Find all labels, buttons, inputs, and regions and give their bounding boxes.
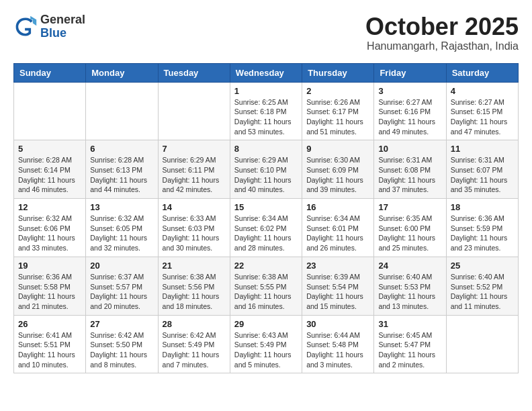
day-info: Sunrise: 6:42 AM Sunset: 5:50 PM Dayligh… xyxy=(90,330,153,370)
calendar-cell: 15Sunrise: 6:34 AM Sunset: 6:02 PM Dayli… xyxy=(230,199,302,257)
calendar-cell: 8Sunrise: 6:29 AM Sunset: 6:10 PM Daylig… xyxy=(230,140,302,199)
day-info: Sunrise: 6:27 AM Sunset: 6:16 PM Dayligh… xyxy=(378,97,441,137)
day-number: 13 xyxy=(90,202,153,212)
day-number: 21 xyxy=(163,261,226,271)
calendar-cell: 22Sunrise: 6:38 AM Sunset: 5:55 PM Dayli… xyxy=(230,257,302,315)
logo-icon xyxy=(13,15,38,39)
day-number: 14 xyxy=(163,202,226,212)
calendar-cell: 13Sunrise: 6:32 AM Sunset: 6:05 PM Dayli… xyxy=(86,199,158,257)
day-info: Sunrise: 6:34 AM Sunset: 6:02 PM Dayligh… xyxy=(234,214,298,253)
day-number: 11 xyxy=(451,144,514,154)
calendar-cell: 30Sunrise: 6:44 AM Sunset: 5:48 PM Dayli… xyxy=(302,315,374,373)
day-number: 19 xyxy=(18,261,81,271)
calendar-cell xyxy=(158,82,230,140)
day-info: Sunrise: 6:38 AM Sunset: 5:56 PM Dayligh… xyxy=(163,272,226,312)
day-number: 6 xyxy=(90,144,153,154)
weekday-header-saturday: Saturday xyxy=(446,63,518,82)
day-number: 27 xyxy=(90,319,153,329)
calendar-cell: 24Sunrise: 6:40 AM Sunset: 5:53 PM Dayli… xyxy=(374,257,446,315)
day-info: Sunrise: 6:30 AM Sunset: 6:09 PM Dayligh… xyxy=(306,155,369,195)
page-header: General Blue October 2025 Hanumangarh, R… xyxy=(13,13,519,52)
calendar-cell: 2Sunrise: 6:26 AM Sunset: 6:17 PM Daylig… xyxy=(302,82,374,140)
day-info: Sunrise: 6:32 AM Sunset: 6:06 PM Dayligh… xyxy=(18,214,81,253)
day-number: 30 xyxy=(306,319,369,329)
calendar-cell: 23Sunrise: 6:39 AM Sunset: 5:54 PM Dayli… xyxy=(302,257,374,315)
month-title: October 2025 xyxy=(365,13,519,40)
day-number: 16 xyxy=(306,202,369,212)
calendar-cell: 28Sunrise: 6:42 AM Sunset: 5:49 PM Dayli… xyxy=(158,315,230,373)
calendar-cell: 19Sunrise: 6:36 AM Sunset: 5:58 PM Dayli… xyxy=(14,257,86,315)
logo-text: General Blue xyxy=(40,13,85,40)
day-info: Sunrise: 6:33 AM Sunset: 6:03 PM Dayligh… xyxy=(163,214,226,253)
day-number: 4 xyxy=(451,86,514,96)
weekday-header-thursday: Thursday xyxy=(302,63,374,82)
day-number: 9 xyxy=(306,144,369,154)
calendar-cell: 26Sunrise: 6:41 AM Sunset: 5:51 PM Dayli… xyxy=(14,315,86,373)
calendar-cell xyxy=(14,82,86,140)
day-number: 1 xyxy=(234,86,298,96)
calendar-cell: 3Sunrise: 6:27 AM Sunset: 6:16 PM Daylig… xyxy=(374,82,446,140)
day-number: 26 xyxy=(18,319,81,329)
calendar-cell: 18Sunrise: 6:36 AM Sunset: 5:59 PM Dayli… xyxy=(446,199,518,257)
calendar-cell: 14Sunrise: 6:33 AM Sunset: 6:03 PM Dayli… xyxy=(158,199,230,257)
day-info: Sunrise: 6:31 AM Sunset: 6:07 PM Dayligh… xyxy=(451,155,514,195)
calendar-cell: 20Sunrise: 6:37 AM Sunset: 5:57 PM Dayli… xyxy=(86,257,158,315)
calendar-cell xyxy=(86,82,158,140)
day-info: Sunrise: 6:37 AM Sunset: 5:57 PM Dayligh… xyxy=(90,272,153,312)
calendar-cell: 31Sunrise: 6:45 AM Sunset: 5:47 PM Dayli… xyxy=(374,315,446,373)
day-number: 18 xyxy=(451,202,514,212)
day-info: Sunrise: 6:41 AM Sunset: 5:51 PM Dayligh… xyxy=(18,330,81,370)
calendar-week-row: 12Sunrise: 6:32 AM Sunset: 6:06 PM Dayli… xyxy=(14,199,519,257)
calendar-cell: 10Sunrise: 6:31 AM Sunset: 6:08 PM Dayli… xyxy=(374,140,446,199)
calendar-cell: 11Sunrise: 6:31 AM Sunset: 6:07 PM Dayli… xyxy=(446,140,518,199)
calendar-week-row: 5Sunrise: 6:28 AM Sunset: 6:14 PM Daylig… xyxy=(14,140,519,199)
day-number: 24 xyxy=(378,261,441,271)
weekday-header-sunday: Sunday xyxy=(14,63,86,82)
day-info: Sunrise: 6:45 AM Sunset: 5:47 PM Dayligh… xyxy=(378,330,441,370)
day-info: Sunrise: 6:36 AM Sunset: 5:59 PM Dayligh… xyxy=(451,214,514,253)
calendar-cell xyxy=(446,315,518,373)
weekday-header-monday: Monday xyxy=(86,63,158,82)
calendar-cell: 9Sunrise: 6:30 AM Sunset: 6:09 PM Daylig… xyxy=(302,140,374,199)
calendar-cell: 17Sunrise: 6:35 AM Sunset: 6:00 PM Dayli… xyxy=(374,199,446,257)
day-info: Sunrise: 6:43 AM Sunset: 5:49 PM Dayligh… xyxy=(234,330,298,370)
day-info: Sunrise: 6:29 AM Sunset: 6:11 PM Dayligh… xyxy=(163,155,226,195)
day-info: Sunrise: 6:29 AM Sunset: 6:10 PM Dayligh… xyxy=(234,155,298,195)
calendar-cell: 7Sunrise: 6:29 AM Sunset: 6:11 PM Daylig… xyxy=(158,140,230,199)
day-info: Sunrise: 6:28 AM Sunset: 6:13 PM Dayligh… xyxy=(90,155,153,195)
calendar-week-row: 19Sunrise: 6:36 AM Sunset: 5:58 PM Dayli… xyxy=(14,257,519,315)
day-info: Sunrise: 6:35 AM Sunset: 6:00 PM Dayligh… xyxy=(378,214,441,253)
day-info: Sunrise: 6:27 AM Sunset: 6:15 PM Dayligh… xyxy=(451,97,514,137)
calendar-cell: 4Sunrise: 6:27 AM Sunset: 6:15 PM Daylig… xyxy=(446,82,518,140)
day-number: 12 xyxy=(18,202,81,212)
day-number: 23 xyxy=(306,261,369,271)
day-info: Sunrise: 6:28 AM Sunset: 6:14 PM Dayligh… xyxy=(18,155,81,195)
day-info: Sunrise: 6:39 AM Sunset: 5:54 PM Dayligh… xyxy=(306,272,369,312)
day-number: 10 xyxy=(378,144,441,154)
day-info: Sunrise: 6:25 AM Sunset: 6:18 PM Dayligh… xyxy=(234,97,298,137)
calendar-cell: 5Sunrise: 6:28 AM Sunset: 6:14 PM Daylig… xyxy=(14,140,86,199)
day-number: 31 xyxy=(378,319,441,329)
calendar-cell: 1Sunrise: 6:25 AM Sunset: 6:18 PM Daylig… xyxy=(230,82,302,140)
calendar-cell: 12Sunrise: 6:32 AM Sunset: 6:06 PM Dayli… xyxy=(14,199,86,257)
weekday-header-wednesday: Wednesday xyxy=(230,63,302,82)
day-number: 7 xyxy=(163,144,226,154)
day-info: Sunrise: 6:38 AM Sunset: 5:55 PM Dayligh… xyxy=(234,272,298,312)
day-info: Sunrise: 6:44 AM Sunset: 5:48 PM Dayligh… xyxy=(306,330,369,370)
day-number: 3 xyxy=(378,86,441,96)
calendar-table: SundayMondayTuesdayWednesdayThursdayFrid… xyxy=(13,63,519,374)
day-number: 29 xyxy=(234,319,298,329)
day-info: Sunrise: 6:40 AM Sunset: 5:53 PM Dayligh… xyxy=(378,272,441,312)
day-number: 5 xyxy=(18,144,81,154)
calendar-cell: 29Sunrise: 6:43 AM Sunset: 5:49 PM Dayli… xyxy=(230,315,302,373)
day-number: 2 xyxy=(306,86,369,96)
day-number: 28 xyxy=(163,319,226,329)
day-number: 20 xyxy=(90,261,153,271)
day-info: Sunrise: 6:32 AM Sunset: 6:05 PM Dayligh… xyxy=(90,214,153,253)
day-info: Sunrise: 6:42 AM Sunset: 5:49 PM Dayligh… xyxy=(163,330,226,370)
weekday-header-tuesday: Tuesday xyxy=(158,63,230,82)
day-info: Sunrise: 6:31 AM Sunset: 6:08 PM Dayligh… xyxy=(378,155,441,195)
calendar-cell: 21Sunrise: 6:38 AM Sunset: 5:56 PM Dayli… xyxy=(158,257,230,315)
title-block: October 2025 Hanumangarh, Rajasthan, Ind… xyxy=(365,13,519,52)
calendar-cell: 25Sunrise: 6:40 AM Sunset: 5:52 PM Dayli… xyxy=(446,257,518,315)
